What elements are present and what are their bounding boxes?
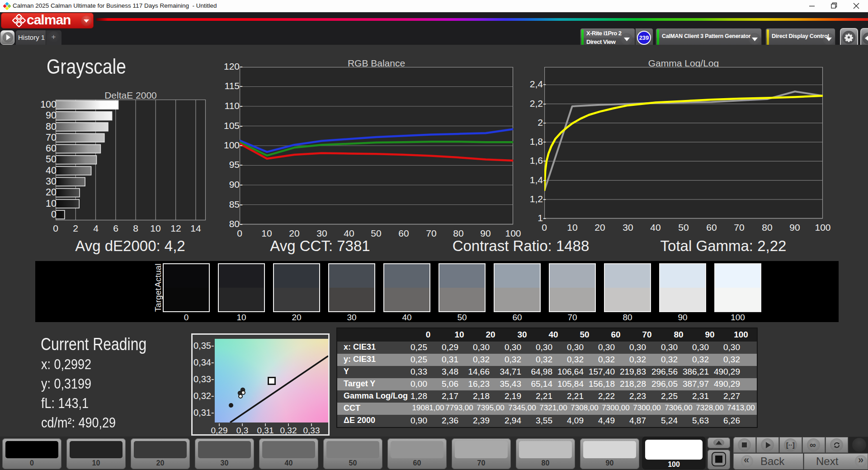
svg-text:Target: Target [153, 288, 163, 312]
svg-text:Actual: Actual [153, 264, 163, 288]
